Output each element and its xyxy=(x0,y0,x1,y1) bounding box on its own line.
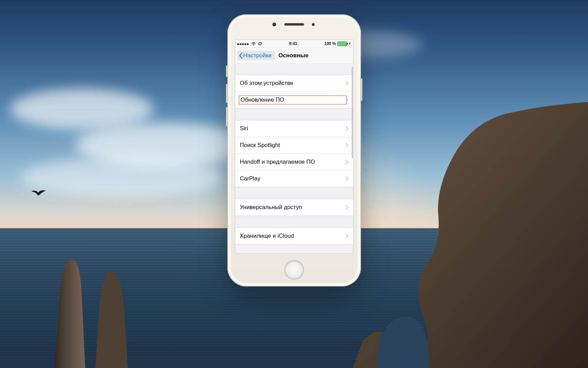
chevron-right-icon xyxy=(346,176,348,181)
nav-bar: Настройки Основные xyxy=(235,48,353,64)
settings-row-label: Handoff и предлагаемое ПО xyxy=(240,159,346,165)
settings-row-label: Siri xyxy=(240,125,346,132)
settings-row-label: Об этом устройстве xyxy=(240,80,346,87)
settings-row-label: Хранилище и iCloud xyxy=(240,233,346,239)
status-bar: 9:41 100 % ⚡︎ xyxy=(235,40,353,48)
wallpaper-rock-left xyxy=(48,211,143,368)
chevron-right-icon xyxy=(346,143,348,148)
group-gap xyxy=(235,63,353,75)
settings-group: Об этом устройствеОбновление ПО xyxy=(235,75,353,108)
settings-row[interactable]: Универсальный доступ xyxy=(235,199,353,216)
settings-row[interactable]: Siri xyxy=(235,120,353,137)
group-gap xyxy=(235,187,353,199)
chevron-right-icon xyxy=(346,126,348,131)
settings-row-label: Обновление ПО xyxy=(240,97,346,103)
syncing-icon xyxy=(258,42,262,46)
settings-row-label: Поиск Spotlight xyxy=(240,142,346,149)
settings-row[interactable]: Об этом устройстве xyxy=(235,75,353,91)
wifi-icon xyxy=(251,42,256,46)
wallpaper-bird xyxy=(31,189,46,197)
group-gap xyxy=(235,108,353,120)
volume-up-button xyxy=(226,84,227,103)
chevron-left-icon xyxy=(239,53,243,59)
wallpaper-cloud xyxy=(10,89,153,130)
screen: 9:41 100 % ⚡︎ Настройки Основные Об этом… xyxy=(235,40,353,254)
proximity-sensor xyxy=(312,23,315,26)
settings-row[interactable]: Обновление ПО xyxy=(235,91,353,108)
settings-row-label: CarPlay xyxy=(240,175,346,182)
device-frame: 9:41 100 % ⚡︎ Настройки Основные Об этом… xyxy=(227,14,361,286)
battery-icon xyxy=(337,42,347,46)
home-button[interactable] xyxy=(284,260,304,280)
settings-row[interactable]: Handoff и предлагаемое ПО xyxy=(235,153,353,170)
group-gap xyxy=(235,216,353,227)
volume-down-button xyxy=(226,107,227,126)
status-bar-time: 9:41 xyxy=(289,41,297,46)
chevron-right-icon xyxy=(346,98,348,102)
settings-group: SiriПоиск SpotlightHandoff и предлагаемо… xyxy=(235,120,353,187)
scrollbar-vertical[interactable] xyxy=(352,63,353,253)
settings-row-label: Универсальный доступ xyxy=(240,204,346,211)
battery-percent-label: 100 % xyxy=(324,41,336,46)
chevron-right-icon xyxy=(346,160,348,164)
nav-title: Основные xyxy=(278,52,308,59)
chevron-right-icon xyxy=(346,234,348,238)
scrollbar-thumb[interactable] xyxy=(352,67,353,158)
back-button-label: Настройки xyxy=(243,52,272,59)
back-button[interactable]: Настройки xyxy=(237,51,275,60)
status-bar-right: 100 % ⚡︎ xyxy=(324,41,351,46)
earpiece xyxy=(284,23,304,26)
settings-row[interactable]: Поиск Spotlight xyxy=(235,137,353,153)
charging-icon: ⚡︎ xyxy=(348,42,351,46)
wallpaper-rock-right xyxy=(353,102,588,368)
settings-row[interactable]: CarPlay xyxy=(235,170,353,187)
front-camera xyxy=(272,23,276,26)
settings-row[interactable]: Хранилище и iCloud xyxy=(235,228,353,244)
cellular-signal-icon xyxy=(237,41,249,46)
mute-switch xyxy=(226,65,227,77)
settings-group: Хранилище и iCloud xyxy=(235,227,353,245)
chevron-right-icon xyxy=(346,81,348,86)
stage: 9:41 100 % ⚡︎ Настройки Основные Об этом… xyxy=(0,0,588,368)
power-button xyxy=(361,78,362,101)
settings-content[interactable]: Об этом устройствеОбновление ПОSiriПоиск… xyxy=(235,63,353,253)
settings-group: Универсальный доступ xyxy=(235,199,353,216)
status-bar-left xyxy=(237,41,262,46)
chevron-right-icon xyxy=(346,205,348,210)
wallpaper-cloud xyxy=(20,157,225,198)
